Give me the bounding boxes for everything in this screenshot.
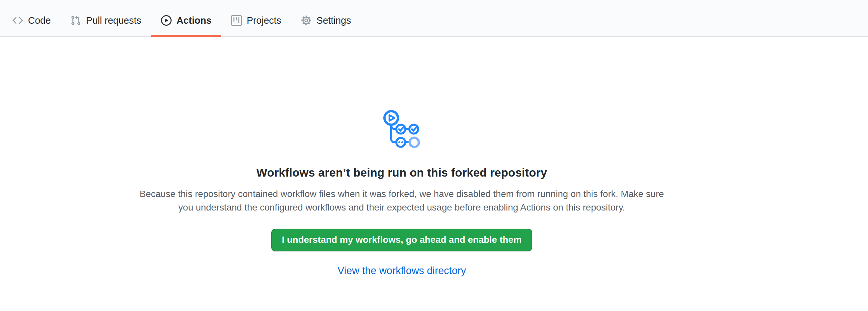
tab-actions-label: Actions [177,16,211,25]
page-title: Workflows aren’t being run on this forke… [0,166,803,179]
enable-workflows-button[interactable]: I understand my workflows, go ahead and … [271,229,532,251]
actions-blankslate: Workflows aren’t being run on this forke… [0,37,803,277]
tab-settings[interactable]: Settings [291,0,361,36]
blankslate-description: Because this repository contained workfl… [135,187,669,214]
tab-code-label: Code [28,16,51,25]
code-icon [12,15,23,26]
tab-actions[interactable]: Actions [151,0,221,36]
tab-pull-requests[interactable]: Pull requests [61,0,151,36]
tab-settings-label: Settings [316,16,351,25]
actions-workflow-icon [383,110,421,151]
tab-pull-requests-label: Pull requests [86,16,141,25]
tab-projects-label: Projects [247,16,281,25]
project-icon [231,15,242,26]
git-pull-request-icon [70,15,81,26]
tab-code[interactable]: Code [3,0,61,36]
repo-nav: Code Pull requests Actions Projects Sett… [0,0,868,37]
view-workflows-directory-link[interactable]: View the workflows directory [338,265,466,276]
play-icon [161,15,172,26]
gear-icon [301,15,311,26]
tab-projects[interactable]: Projects [221,0,291,36]
